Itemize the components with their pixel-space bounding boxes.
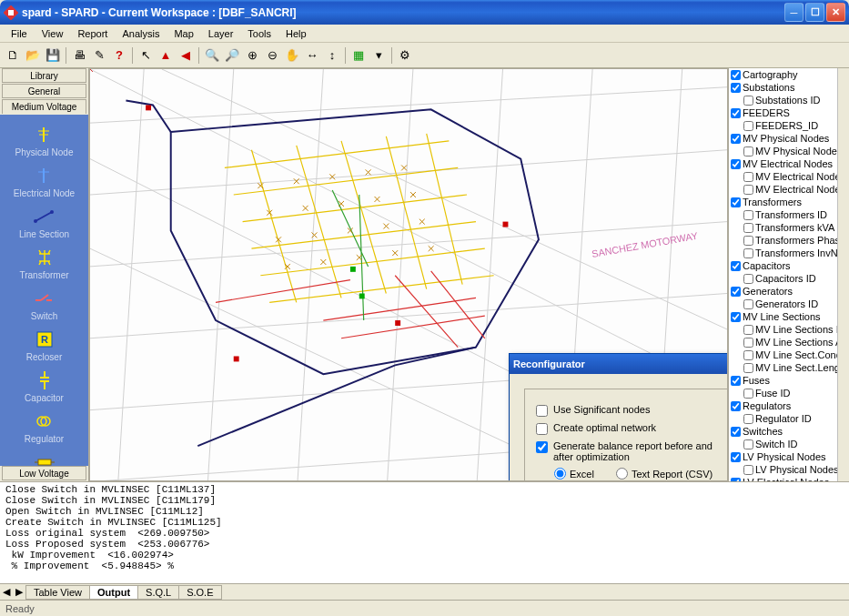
layer-checkbox[interactable]	[743, 210, 753, 220]
layer-row[interactable]: MV Electrical Nodes	[729, 157, 837, 170]
palette-item-xfmr[interactable]: Transformer	[19, 245, 68, 282]
chk-significant-nodes[interactable]	[536, 405, 548, 417]
layer-checkbox[interactable]	[731, 159, 741, 169]
layer-checkbox[interactable]	[743, 439, 753, 449]
new-icon[interactable]: 🗋	[4, 46, 22, 65]
zoom-out-icon[interactable]: 🔎	[223, 46, 241, 65]
layer-checkbox[interactable]	[731, 70, 741, 80]
layer-row[interactable]: Transformers InvNumber	[729, 247, 837, 259]
layer-row[interactable]: MV Physical Nodes ID	[729, 145, 837, 157]
layer-checkbox[interactable]	[731, 427, 741, 437]
menu-layer[interactable]: Layer	[201, 26, 241, 41]
layer-row[interactable]: MV Line Sect.Length	[729, 361, 837, 374]
layer-checkbox[interactable]	[731, 261, 741, 271]
layer-row[interactable]: Substations	[729, 81, 837, 94]
layer-row[interactable]: MV Electrical Nodes kV	[729, 183, 837, 196]
settings-icon[interactable]: ⚙	[396, 46, 414, 65]
path-icon[interactable]: ◀	[177, 46, 195, 65]
menu-file[interactable]: File	[4, 26, 35, 41]
palette-item-fuse[interactable]: Fuse	[32, 449, 57, 466]
refresh-icon[interactable]: ↔	[303, 46, 321, 65]
layer-checkbox[interactable]	[743, 338, 753, 348]
layer-checkbox[interactable]	[743, 363, 753, 373]
palette-item-switch[interactable]: Switch	[31, 286, 57, 323]
layer-row[interactable]: FEEDERS_ID	[729, 119, 837, 132]
console-tab-soe[interactable]: S.O.E	[178, 585, 221, 600]
layer-checkbox[interactable]	[731, 287, 741, 297]
layer-row[interactable]: Transformers ID	[729, 208, 837, 221]
palette-tab-library[interactable]: Library	[2, 68, 86, 83]
palette-tab-low-voltage[interactable]: Low Voltage	[2, 466, 86, 480]
palette-item-reg[interactable]: Regulator	[25, 409, 64, 446]
layer-checkbox[interactable]	[743, 172, 753, 182]
layer-row[interactable]: MV Line Sections ID	[729, 323, 837, 336]
menu-map[interactable]: Map	[167, 26, 200, 41]
palette-item-recloser[interactable]: RRecloser	[26, 327, 62, 364]
layer-row[interactable]: Fuse ID	[729, 387, 837, 399]
layer-checkbox[interactable]	[743, 465, 753, 475]
dropdown-icon[interactable]: ▾	[369, 46, 388, 65]
layer-row[interactable]: MV Line Sections	[729, 310, 837, 323]
layer-checkbox[interactable]	[743, 350, 753, 360]
radio-excel[interactable]	[554, 468, 566, 480]
palette-item-cap[interactable]: Capacitor	[25, 368, 64, 405]
layer-row[interactable]: Transformers kVA	[729, 221, 837, 234]
scrollbar-stub[interactable]	[837, 68, 849, 481]
layer-row[interactable]: MV Line Sect.Conductor	[729, 348, 837, 361]
layer-row[interactable]: MV Electrical Nodes ID	[729, 170, 837, 183]
menu-tools[interactable]: Tools	[240, 26, 278, 41]
layer-checkbox[interactable]	[731, 452, 741, 462]
layer-panel[interactable]: CartographySubstationsSubstations IDFEED…	[728, 68, 837, 481]
maximize-button[interactable]: ☐	[805, 3, 824, 22]
zoom-extent-icon[interactable]: ⊕	[243, 46, 261, 65]
layer-checkbox[interactable]	[743, 146, 753, 157]
help-icon[interactable]: ?	[110, 46, 128, 65]
layer-row[interactable]: Substations ID	[729, 94, 837, 106]
open-icon[interactable]: 📂	[24, 46, 42, 65]
layer-row[interactable]: Fuses	[729, 374, 837, 387]
layer-checkbox[interactable]	[743, 274, 753, 284]
chk-balance-report[interactable]	[536, 441, 548, 453]
layer-checkbox[interactable]	[731, 83, 741, 93]
layer-row[interactable]: Cartography	[729, 68, 837, 81]
close-button[interactable]: ✕	[826, 3, 845, 22]
layer-checkbox[interactable]	[743, 248, 753, 258]
layer-row[interactable]: MV Physical Nodes	[729, 132, 837, 145]
layer-row[interactable]: Transformers Phases	[729, 234, 837, 247]
menu-analysis[interactable]: Analysis	[115, 26, 167, 41]
layer-row[interactable]: Switches	[729, 425, 837, 438]
palette-item-line[interactable]: Line Section	[19, 204, 69, 241]
zoom-in-icon[interactable]: 🔍	[203, 46, 221, 65]
layer-checkbox[interactable]	[743, 236, 753, 246]
layer-checkbox[interactable]	[743, 325, 753, 335]
zoom-window-icon[interactable]: ⊖	[263, 46, 281, 65]
layer-row[interactable]: LV Physical Nodes ID	[729, 463, 837, 476]
layer-checkbox[interactable]	[743, 389, 753, 399]
minimize-button[interactable]: ─	[784, 3, 804, 22]
console-nav-next[interactable]: ▶	[13, 586, 25, 598]
globe-icon[interactable]: ↕	[323, 46, 341, 65]
layer-checkbox[interactable]	[743, 414, 753, 424]
palette-item-pnode[interactable]: Physical Node	[15, 122, 74, 159]
layer-row[interactable]: Generators	[729, 285, 837, 298]
layer-checkbox[interactable]	[743, 223, 753, 233]
layer-row[interactable]: Regulator ID	[729, 412, 837, 425]
layer-checkbox[interactable]	[743, 185, 753, 195]
console-tab-tableview[interactable]: Table View	[25, 585, 90, 600]
layer-row[interactable]: Capacitors	[729, 259, 837, 272]
layer-row[interactable]: Switch ID	[729, 438, 837, 450]
layer-row[interactable]: FEEDERS	[729, 106, 837, 119]
select-icon[interactable]: ↖	[136, 46, 155, 65]
radio-csv[interactable]	[616, 468, 628, 480]
console-tab-sql[interactable]: S.Q.L	[137, 585, 179, 600]
menu-report[interactable]: Report	[70, 26, 115, 41]
palette-item-enode[interactable]: Electrical Node	[14, 163, 75, 200]
menu-help[interactable]: Help	[278, 26, 314, 41]
network-icon[interactable]: ✎	[90, 46, 108, 65]
layer-row[interactable]: Capacitors ID	[729, 272, 837, 285]
layer-checkbox[interactable]	[731, 376, 741, 386]
menu-view[interactable]: View	[35, 26, 71, 41]
layer-row[interactable]: Regulators	[729, 399, 837, 412]
palette-tab-medium-voltage[interactable]: Medium Voltage	[2, 99, 86, 114]
layer-checkbox[interactable]	[731, 108, 741, 118]
